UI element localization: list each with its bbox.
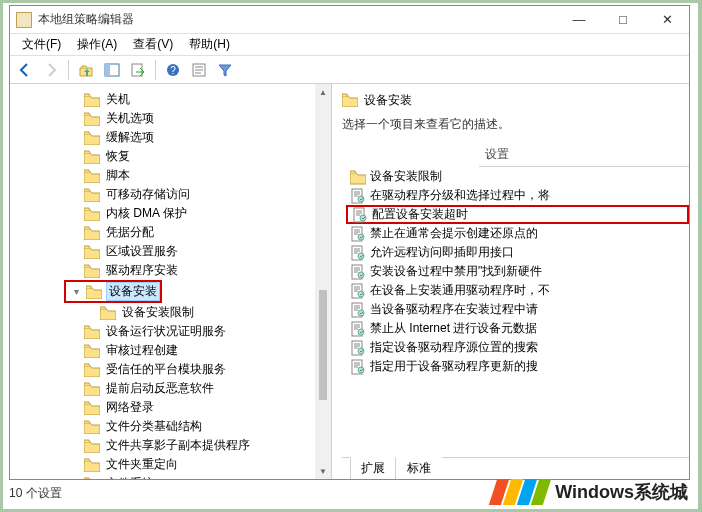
- folder-icon: [84, 344, 100, 358]
- properties-button[interactable]: [188, 59, 210, 81]
- details-pane: 设备安装 选择一个项目来查看它的描述。 设置 设备安装限制在驱动程序分级和选择过…: [332, 84, 689, 479]
- menu-item[interactable]: 文件(F): [14, 34, 69, 55]
- list-item-policy[interactable]: 禁止从 Internet 进行设备元数据: [346, 319, 689, 338]
- tree-item[interactable]: 受信任的平台模块服务: [10, 360, 315, 379]
- folder-icon: [84, 150, 100, 164]
- show-hide-tree-button[interactable]: [101, 59, 123, 81]
- policy-icon: [350, 245, 366, 261]
- tree-scrollbar[interactable]: ▲ ▼: [315, 84, 331, 479]
- up-button[interactable]: [75, 59, 97, 81]
- list-item-policy[interactable]: 在设备上安装通用驱动程序时，不: [346, 281, 689, 300]
- list-item-policy[interactable]: 允许远程访问即插即用接口: [346, 243, 689, 262]
- menu-item[interactable]: 帮助(H): [181, 34, 238, 55]
- tree-item-label: 设备安装限制: [120, 304, 196, 321]
- tree-item[interactable]: 内核 DMA 保护: [10, 204, 315, 223]
- tree-item[interactable]: 脚本: [10, 166, 315, 185]
- menu-item[interactable]: 查看(V): [125, 34, 181, 55]
- tree-item[interactable]: 审核过程创建: [10, 341, 315, 360]
- folder-icon: [84, 420, 100, 434]
- tree-item-label: 文件分类基础结构: [104, 418, 204, 435]
- tree-item[interactable]: 网络登录: [10, 398, 315, 417]
- tree-item[interactable]: 凭据分配: [10, 223, 315, 242]
- tree-item-label: 脚本: [104, 167, 132, 184]
- tree-item[interactable]: 恢复: [10, 147, 315, 166]
- svg-text:?: ?: [170, 65, 176, 76]
- svg-point-19: [358, 310, 364, 316]
- tree-item[interactable]: 提前启动反恶意软件: [10, 379, 315, 398]
- list-item-label: 在设备上安装通用驱动程序时，不: [370, 282, 550, 299]
- list-item-policy[interactable]: 指定用于设备驱动程序更新的搜: [346, 357, 689, 376]
- list-item-label: 配置设备安装超时: [372, 206, 468, 223]
- tree-item[interactable]: ▾设备安装: [10, 280, 315, 303]
- tree-item[interactable]: 文件共享影子副本提供程序: [10, 436, 315, 455]
- tree-pane: 关机关机选项缓解选项恢复脚本可移动存储访问内核 DMA 保护凭据分配区域设置服务…: [10, 84, 332, 479]
- tab-standard[interactable]: 标准: [396, 457, 442, 479]
- list-item-label: 安装设备过程中禁用"找到新硬件: [370, 263, 542, 280]
- tree-item[interactable]: 驱动程序安装: [10, 261, 315, 280]
- tree-item-label: 文件系统: [104, 475, 156, 479]
- svg-point-23: [358, 348, 364, 354]
- policy-icon: [350, 359, 366, 375]
- tree-item-label: 受信任的平台模块服务: [104, 361, 228, 378]
- folder-icon: [84, 325, 100, 339]
- expand-icon[interactable]: ▷: [68, 478, 80, 479]
- minimize-button[interactable]: —: [557, 6, 601, 33]
- list-item-policy[interactable]: 当设备驱动程序在安装过程中请: [346, 300, 689, 319]
- export-button[interactable]: [127, 59, 149, 81]
- tree-item[interactable]: 设备安装限制: [10, 303, 315, 322]
- tree-item[interactable]: 文件夹重定向: [10, 455, 315, 474]
- folder-icon: [84, 226, 100, 240]
- folder-icon: [84, 112, 100, 126]
- tree-item[interactable]: 可移动存储访问: [10, 185, 315, 204]
- list-item-policy[interactable]: 配置设备安装超时: [346, 205, 689, 224]
- tree-item-label: 恢复: [104, 148, 132, 165]
- column-header-setting[interactable]: 设置: [479, 143, 689, 167]
- list-item-policy[interactable]: 禁止在通常会提示创建还原点的: [346, 224, 689, 243]
- policy-icon: [350, 321, 366, 337]
- svg-point-21: [358, 329, 364, 335]
- tree-item-label: 内核 DMA 保护: [104, 205, 189, 222]
- tree-item[interactable]: 缓解选项: [10, 128, 315, 147]
- window-title: 本地组策略编辑器: [38, 11, 557, 28]
- scroll-down-icon[interactable]: ▼: [315, 463, 331, 479]
- svg-point-9: [360, 215, 366, 221]
- close-button[interactable]: ✕: [645, 6, 689, 33]
- help-button[interactable]: ?: [162, 59, 184, 81]
- folder-icon: [86, 285, 102, 299]
- tree-item-label: 文件共享影子副本提供程序: [104, 437, 252, 454]
- brand-logo-icon: [493, 479, 549, 505]
- list-item-policy[interactable]: 安装设备过程中禁用"找到新硬件: [346, 262, 689, 281]
- tree-item[interactable]: 关机选项: [10, 109, 315, 128]
- folder-icon: [84, 401, 100, 415]
- maximize-button[interactable]: □: [601, 6, 645, 33]
- filter-button[interactable]: [214, 59, 236, 81]
- separator: [155, 60, 156, 80]
- scroll-up-icon[interactable]: ▲: [315, 84, 331, 100]
- policy-icon: [352, 207, 368, 223]
- folder-icon: [84, 363, 100, 377]
- tab-extended[interactable]: 扩展: [350, 457, 396, 479]
- folder-icon: [84, 439, 100, 453]
- list-item-policy[interactable]: 在驱动程序分级和选择过程中，将: [346, 186, 689, 205]
- brand-text: Windows系统城: [555, 480, 688, 504]
- back-button[interactable]: [14, 59, 36, 81]
- list-item-policy[interactable]: 指定设备驱动程序源位置的搜索: [346, 338, 689, 357]
- list-item-label: 指定用于设备驱动程序更新的搜: [370, 358, 538, 375]
- policy-icon: [350, 264, 366, 280]
- scroll-thumb[interactable]: [319, 290, 327, 400]
- policy-icon: [350, 226, 366, 242]
- list-item-folder[interactable]: 设备安装限制: [346, 167, 689, 186]
- menu-item[interactable]: 操作(A): [69, 34, 125, 55]
- tree-item[interactable]: 设备运行状况证明服务: [10, 322, 315, 341]
- folder-icon: [84, 207, 100, 221]
- svg-rect-2: [132, 64, 142, 76]
- forward-button[interactable]: [40, 59, 62, 81]
- expand-icon[interactable]: ▾: [70, 286, 82, 297]
- tree-item[interactable]: 区域设置服务: [10, 242, 315, 261]
- folder-icon: [84, 245, 100, 259]
- tree-item[interactable]: 关机: [10, 90, 315, 109]
- tree-item[interactable]: ▷文件系统: [10, 474, 315, 479]
- tree-item-label: 区域设置服务: [104, 243, 180, 260]
- tree-item[interactable]: 文件分类基础结构: [10, 417, 315, 436]
- tree-item-label: 文件夹重定向: [104, 456, 180, 473]
